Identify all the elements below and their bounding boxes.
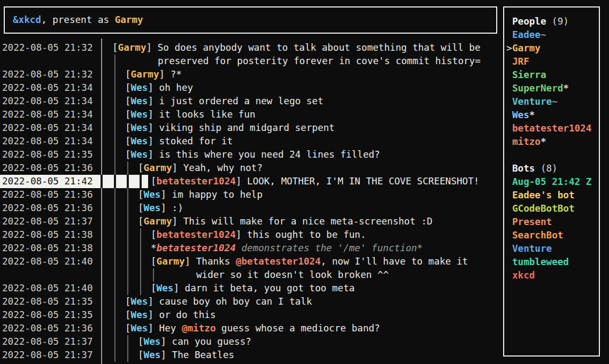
- bots-list-item[interactable]: SearchBot: [506, 229, 599, 242]
- thread-guide-line: [127, 348, 128, 362]
- thread-guide-line: [127, 255, 128, 268]
- chat-row-selected[interactable]: 2022-08-05 21:42[betatester1024] LOOK, M…: [0, 175, 502, 188]
- people-list-item[interactable]: betatester1024: [506, 122, 599, 135]
- chat-row[interactable]: 2022-08-05 21:35[Wes] or do this: [0, 308, 502, 322]
- chat-row[interactable]: 2022-08-05 21:34[Wes] stoked for it: [0, 135, 502, 148]
- thread-guide-line: [114, 175, 116, 188]
- thread-guide-line: [127, 161, 128, 175]
- chat-row[interactable]: 2022-08-05 21:34[Wes] oh hey: [0, 81, 502, 95]
- nick: Garmy: [131, 69, 159, 80]
- people-list-item[interactable]: mitzo*: [506, 135, 599, 149]
- chat-row[interactable]: 2022-08-05 21:38[betatester1024] this ou…: [0, 228, 502, 242]
- user-name: Venture: [512, 96, 552, 107]
- thread-guide-line: [114, 202, 115, 215]
- thread-guide-line: [127, 215, 128, 228]
- message-text: [Wes] i just ordered a new lego set: [125, 95, 323, 108]
- chat-row[interactable]: 2022-08-05 21:40[Garmy] Thanks @betatest…: [0, 255, 502, 268]
- bots-title: Bots: [512, 163, 535, 174]
- people-list-item[interactable]: Eadee~: [506, 28, 599, 42]
- chat-row[interactable]: 2022-08-05 21:35[Wes] cause boy oh boy c…: [0, 295, 502, 308]
- thread-guide-line: [114, 68, 115, 81]
- thread-guide-line: [114, 121, 115, 135]
- chat-row[interactable]: 2022-08-05 21:32[Garmy] So does anybody …: [0, 41, 502, 55]
- timestamp: 2022-08-05 21:35: [2, 295, 92, 308]
- thread-guide-line: [114, 95, 115, 108]
- chat-row[interactable]: 2022-08-05 21:38*betatester1024 demonstr…: [0, 242, 502, 255]
- chat-row[interactable]: 2022-08-05 21:36[Wes] :): [0, 202, 502, 215]
- chat-row[interactable]: 2022-08-05 21:37[Wes] can you guess?: [0, 335, 502, 348]
- user-name: SuperNerd: [512, 83, 563, 94]
- people-list-item[interactable]: JRF: [506, 55, 599, 68]
- chat-row[interactable]: 2022-08-05 21:36[Wes] Hey @mitzo guess w…: [0, 322, 502, 335]
- bots-list-item[interactable]: Aug-05 21:42 Z: [506, 175, 599, 189]
- thread-guide-line: [114, 215, 115, 228]
- nick: Wes: [131, 109, 148, 120]
- user-name: JRF: [512, 56, 529, 67]
- message-text: [Garmy] Yeah, why not?: [138, 161, 263, 175]
- nick: Wes: [144, 203, 161, 213]
- chat-row[interactable]: 2022-08-05 21:37[Garmy] This will make f…: [0, 215, 502, 228]
- timestamp: 2022-08-05 21:36: [2, 202, 92, 215]
- chat-row[interactable]: 2022-08-05 21:36[Wes] im happy to help: [0, 188, 502, 202]
- bots-list-item[interactable]: xkcd: [506, 269, 599, 282]
- bots-list-item[interactable]: tumbleweed: [506, 255, 599, 269]
- message-text: [betatester1024] LOOK, MOTHER, I'M IN TH…: [151, 175, 479, 188]
- bots-list-header: Bots(8): [506, 162, 599, 175]
- chat-row[interactable]: 2022-08-05 21:34[Wes] i just ordered a n…: [0, 95, 502, 108]
- channel-name: &xkcd: [13, 14, 41, 25]
- column-separator: [101, 38, 102, 364]
- message-text: [Wes] im happy to help: [138, 188, 263, 202]
- timestamp: 2022-08-05 21:38: [2, 228, 92, 242]
- timestamp: 2022-08-05 21:34: [2, 121, 92, 135]
- nick: Wes: [131, 82, 148, 93]
- flag-suffix: *: [529, 110, 535, 120]
- thread-guide-line: [114, 268, 115, 282]
- chat-row[interactable]: preserved for posterity forever in cove'…: [0, 55, 502, 68]
- message-text: [Garmy] So does anybody want to talk abo…: [112, 41, 481, 55]
- presence-text: , present as: [41, 14, 115, 25]
- people-list-item[interactable]: Venture~: [506, 95, 599, 109]
- selected-user-marker: >: [506, 42, 512, 55]
- nick: Wes: [131, 296, 148, 307]
- people-title: People: [512, 16, 546, 27]
- thread-guide-line: [114, 322, 115, 335]
- timestamp: 2022-08-05 21:34: [2, 95, 92, 108]
- bots-list-item[interactable]: GCodeBotBot: [506, 202, 599, 215]
- chat-row[interactable]: 2022-08-05 21:34[Wes] it looks like fun: [0, 108, 502, 121]
- thread-guide-line: [101, 175, 103, 188]
- message-text: preserved for posterity forever in cove'…: [158, 55, 481, 68]
- message-text: [Garmy] This will make for a nice meta-s…: [138, 215, 433, 228]
- bots-list-item[interactable]: Eadee's bot: [506, 189, 599, 202]
- message-text: *betatester1024 demonstrates the '/me' f…: [151, 242, 422, 255]
- timestamp: 2022-08-05 21:37: [2, 348, 92, 362]
- thread-guide-line: [140, 228, 141, 242]
- bots-list-item[interactable]: Venture: [506, 242, 599, 255]
- chat-row[interactable]: 2022-08-05 21:36[Garmy] Yeah, why not?: [0, 161, 502, 175]
- user-name: betatester1024: [512, 123, 591, 134]
- chat-row[interactable]: 2022-08-05 21:34[Wes] viking ship and mi…: [0, 121, 502, 135]
- flag-suffix: *: [541, 136, 546, 147]
- chat-row[interactable]: wider so it doesn't look broken ^^: [0, 268, 502, 282]
- thread-guide-line: [140, 282, 141, 295]
- nick: Wes: [144, 189, 161, 200]
- people-list-item[interactable]: Wes*: [506, 109, 599, 122]
- active-nick: Garmy: [115, 14, 143, 25]
- people-list-item[interactable]: Sierra: [506, 68, 599, 82]
- chat-row[interactable]: 2022-08-05 21:32[Garmy] ?*: [0, 68, 502, 81]
- user-name: Aug-05 21:42 Z: [512, 176, 591, 187]
- message-text: [Wes] The Beatles: [138, 348, 234, 362]
- timestamp: 2022-08-05 21:37: [2, 215, 92, 228]
- bots-list-item[interactable]: Present: [506, 215, 599, 229]
- thread-guide-line: [114, 148, 115, 161]
- chat-row[interactable]: 2022-08-05 21:40[Wes] darn it beta, you …: [0, 282, 502, 295]
- thread-guide-line: [127, 175, 129, 188]
- thread-guide-line: [114, 161, 115, 175]
- timestamp: 2022-08-05 21:37: [2, 335, 92, 348]
- timestamp: 2022-08-05 21:38: [2, 242, 92, 255]
- people-list-item[interactable]: >Garmy: [506, 42, 599, 55]
- people-list-item[interactable]: SuperNerd*: [506, 82, 599, 95]
- thread-guide-line: [127, 202, 128, 215]
- people-list-header: People(9): [506, 15, 599, 28]
- chat-row[interactable]: 2022-08-05 21:35[Wes] is this where you …: [0, 148, 502, 161]
- chat-row[interactable]: 2022-08-05 21:37[Wes] The Beatles: [0, 348, 502, 362]
